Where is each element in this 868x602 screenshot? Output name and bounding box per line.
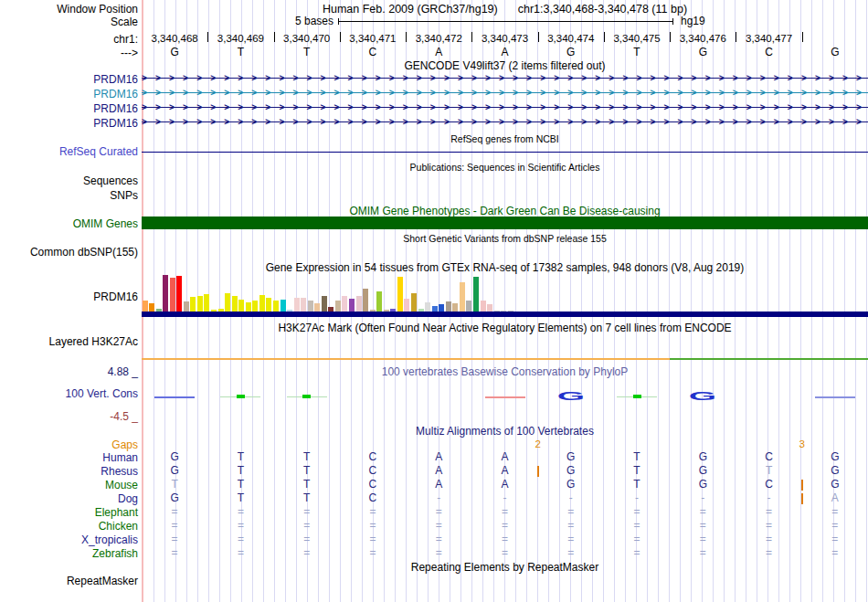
alignment-base: C xyxy=(361,451,385,463)
snps-label[interactable]: SNPs xyxy=(0,189,138,202)
ruler-tick xyxy=(670,32,671,42)
species-label[interactable]: Dog xyxy=(0,492,138,505)
gtex-bar xyxy=(342,296,347,312)
base-letter: A xyxy=(493,47,517,58)
ruler-label: 3,340,473 xyxy=(478,33,533,45)
alignment-base: = xyxy=(228,506,252,518)
gtex-bar xyxy=(301,298,306,312)
gene-arrows[interactable]: >>>>>>>>>>>>>>>>>>>>>>>>>>>>>>>>>>>>>>>>… xyxy=(142,72,868,84)
species-label[interactable]: Elephant xyxy=(0,506,138,519)
gtex-bar xyxy=(446,301,451,312)
gene-arrows[interactable]: >>>>>>>>>>>>>>>>>>>>>>>>>>>>>>>>>>>>>>>>… xyxy=(142,87,868,99)
alignment-base: C xyxy=(361,465,385,477)
alignment-base: = xyxy=(295,547,319,559)
gtex-bar xyxy=(281,300,286,312)
phylop-track-label[interactable]: 100 Vert. Cons xyxy=(0,387,138,400)
species-label[interactable]: Zebrafish xyxy=(0,547,138,560)
sequences-label[interactable]: Sequences xyxy=(0,174,138,187)
h3k27ac-signal-orange[interactable] xyxy=(142,358,672,360)
alignment-base: = xyxy=(493,547,517,559)
insertion-mark xyxy=(537,466,539,477)
base-letter: G xyxy=(823,47,847,58)
gene-label[interactable]: PRDM16 xyxy=(0,88,138,100)
alignment-base: = xyxy=(493,506,517,518)
alignment-base: = xyxy=(691,520,715,532)
alignment-base: = xyxy=(757,506,781,518)
alignment-base: = xyxy=(427,506,450,518)
gene-label[interactable]: PRDM16 xyxy=(0,73,138,86)
ruler-tick xyxy=(274,32,275,42)
ruler-tick xyxy=(736,32,736,42)
ruler-tick xyxy=(406,32,407,42)
phylop-mark xyxy=(815,396,855,398)
gtex-baseline[interactable] xyxy=(142,312,868,317)
gtex-bar xyxy=(473,277,479,312)
gtex-bar xyxy=(425,302,430,312)
omim-bar[interactable] xyxy=(142,217,868,229)
gtex-bar xyxy=(225,293,230,312)
alignment-base: = xyxy=(757,520,781,532)
omim-genes-label[interactable]: OMIM Genes xyxy=(0,217,138,230)
gtex-bar xyxy=(163,275,168,312)
h3k27ac-signal-green[interactable] xyxy=(670,358,868,360)
gtex-bar xyxy=(460,282,465,312)
base-letter: C xyxy=(757,47,781,58)
base-letter: T xyxy=(228,47,252,58)
species-label[interactable]: Chicken xyxy=(0,520,138,533)
alignment-base: = xyxy=(361,533,385,545)
assembly-label: hg19 xyxy=(681,15,705,27)
alignment-base: = xyxy=(493,520,517,532)
alignment-base: = xyxy=(163,520,186,532)
gtex-bar xyxy=(197,296,203,312)
ruler-label: 3,340,470 xyxy=(280,33,334,45)
gtex-bar xyxy=(273,301,279,312)
gtex-bar xyxy=(356,296,362,312)
species-label[interactable]: X_tropicalis xyxy=(0,533,138,546)
gene-arrows[interactable]: >>>>>>>>>>>>>>>>>>>>>>>>>>>>>>>>>>>>>>>>… xyxy=(142,101,868,113)
alignment-base: = xyxy=(691,506,715,518)
alignment-base: T xyxy=(228,479,252,491)
gtex-bar xyxy=(487,304,492,312)
gtex-gene-label[interactable]: PRDM16 xyxy=(0,290,138,303)
alignment-base: = xyxy=(295,506,319,518)
alignment-base: C xyxy=(361,492,385,504)
species-label[interactable]: Mouse xyxy=(0,479,138,491)
repeatmasker-label[interactable]: RepeatMasker xyxy=(0,575,138,587)
dbsnp-title: Short Genetic Variants from dbSNP releas… xyxy=(142,233,868,244)
gap-count: 2 xyxy=(526,438,550,450)
alignment-base: G xyxy=(163,465,186,477)
gtex-bar xyxy=(335,301,341,312)
alignment-base: G xyxy=(691,451,715,463)
species-label[interactable]: Human xyxy=(0,451,138,464)
phylop-mark xyxy=(237,395,245,398)
gtex-bar xyxy=(376,291,382,312)
gene-arrows[interactable]: >>>>>>>>>>>>>>>>>>>>>>>>>>>>>>>>>>>>>>>>… xyxy=(142,116,868,128)
alignment-base: A xyxy=(427,479,450,491)
h3k27ac-label[interactable]: Layered H3K27Ac xyxy=(0,335,138,348)
gene-label[interactable]: PRDM16 xyxy=(0,102,138,115)
refseq-gene-line[interactable] xyxy=(142,152,868,153)
species-label[interactable]: Rhesus xyxy=(0,465,138,478)
base-letter: A xyxy=(427,47,450,58)
gaps-label[interactable]: Gaps xyxy=(0,438,138,451)
gene-label[interactable]: PRDM16 xyxy=(0,117,138,130)
alignment-base: C xyxy=(361,479,385,491)
h3k27ac-title: H3K27Ac Mark (Often Found Near Active Re… xyxy=(142,322,868,334)
dbsnp-label[interactable]: Common dbSNP(155) xyxy=(0,246,138,259)
ruler-label: 3,340,472 xyxy=(411,33,466,45)
alignment-base: T xyxy=(295,465,319,477)
gencode-title: GENCODE V49lift37 (2 items filtered out) xyxy=(142,59,868,72)
alignment-base: = xyxy=(427,547,450,559)
refseq-title: RefSeq genes from NCBI xyxy=(142,133,868,144)
alignment-base: G xyxy=(163,492,186,504)
base-letter: C xyxy=(361,47,385,58)
alignment-base: = xyxy=(163,506,186,518)
alignment-base: T xyxy=(757,465,781,477)
alignment-base: = xyxy=(823,520,847,532)
alignment-base: = xyxy=(757,547,781,559)
ruler-tick xyxy=(538,32,539,42)
gap-count: 3 xyxy=(790,438,814,450)
gtex-bar xyxy=(149,303,154,312)
refseq-curated-label[interactable]: RefSeq Curated xyxy=(0,145,138,158)
omim-title: OMIM Gene Phenotypes - Dark Green Can Be… xyxy=(142,205,868,217)
